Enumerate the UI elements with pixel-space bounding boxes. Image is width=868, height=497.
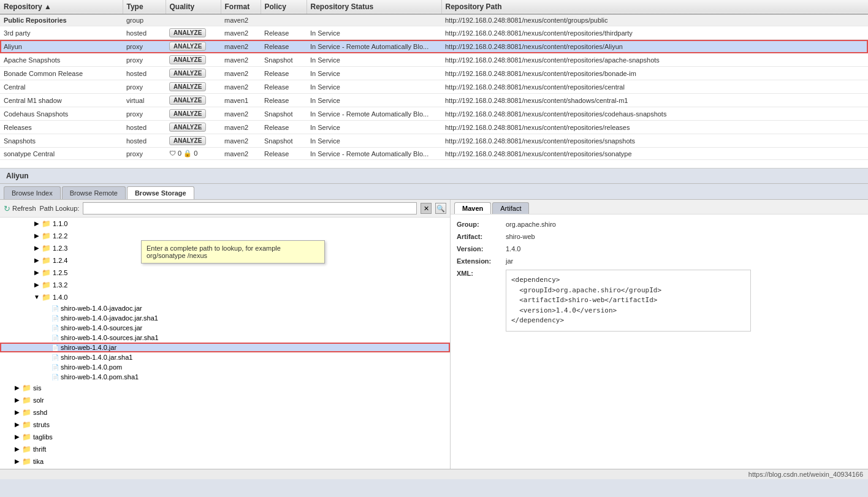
refresh-button[interactable]: ↻ Refresh: [4, 204, 36, 213]
tree-item-label: 1.3.2: [53, 281, 67, 289]
path-search-button[interactable]: 🔍: [435, 203, 446, 214]
col-format[interactable]: Format: [221, 0, 261, 14]
tree-expander-icon[interactable]: ▶: [12, 444, 22, 454]
tree-file-item[interactable]: 📄shiro-web-1.4.0-sources.jar.sha1: [0, 333, 450, 343]
tree-folder-item[interactable]: ▶📁taglibs: [0, 431, 450, 443]
tree-item-label: sshd: [33, 409, 47, 416]
table-row[interactable]: ReleaseshostedANALYZEmaven2ReleaseIn Ser…: [0, 121, 868, 134]
tree-folder-item[interactable]: ▶📁sis: [0, 382, 450, 394]
tree-folder-item[interactable]: ▶📁tika: [0, 455, 450, 468]
repo-path: http://192.168.0.248:8081/nexus/content/…: [441, 80, 868, 94]
repo-type: proxy: [123, 148, 166, 160]
repo-quality: ANALYZE: [166, 67, 221, 80]
tree-expander-icon[interactable]: ▶: [12, 408, 22, 417]
tree-file-item[interactable]: 📄shiro-web-1.4.0.pom: [0, 362, 450, 372]
tree-folder-item[interactable]: ▶📁struts: [0, 419, 450, 431]
tree-folder-item[interactable]: ▶📁1.2.5: [0, 267, 450, 279]
col-quality[interactable]: Quality: [166, 0, 221, 14]
path-clear-button[interactable]: ✕: [421, 203, 432, 214]
repo-path: http://192.168.0.248:8081/nexus/content/…: [441, 121, 868, 134]
analyze-button[interactable]: ANALYZE: [169, 96, 206, 105]
tree-folder-item[interactable]: ▶📁sshd: [0, 406, 450, 419]
tree-item-label: 1.2.5: [53, 269, 67, 276]
table-row[interactable]: Codehaus SnapshotsproxyANALYZEmaven2Snap…: [0, 107, 868, 121]
analyze-button[interactable]: ANALYZE: [169, 42, 206, 51]
tab-browse-storage[interactable]: Browse Storage: [127, 186, 194, 199]
tree-expander-icon[interactable]: ▶: [32, 219, 42, 229]
analyze-button[interactable]: ANALYZE: [169, 109, 206, 118]
tree-item-label: shiro-web-1.4.0.pom.sha1: [61, 373, 139, 381]
repo-quality: ANALYZE: [166, 80, 221, 94]
table-row[interactable]: Central M1 shadowvirtualANALYZEmaven1Rel…: [0, 94, 868, 107]
tree-file-item[interactable]: 📄shiro-web-1.4.0.jar.sha1: [0, 352, 450, 362]
tab-browse-remote[interactable]: Browse Remote: [62, 186, 126, 199]
tree-file-item[interactable]: 📄shiro-web-1.4.0-javadoc.jar: [0, 303, 450, 313]
refresh-icon: ↻: [4, 204, 10, 213]
col-policy[interactable]: Policy: [261, 0, 306, 14]
statusbar-url: https://blog.csdn.net/weixin_40934166: [748, 471, 863, 478]
tree-file-item[interactable]: 📄shiro-web-1.4.0.pom.sha1: [0, 372, 450, 382]
table-row[interactable]: 3rd partyhostedANALYZEmaven2ReleaseIn Se…: [0, 26, 868, 40]
col-path[interactable]: Repository Path: [441, 0, 868, 14]
table-row[interactable]: CentralproxyANALYZEmaven2ReleaseIn Servi…: [0, 80, 868, 94]
tree-file-item[interactable]: 📄shiro-web-1.4.0-sources.jar: [0, 323, 450, 333]
tree-folder-item[interactable]: ▶📁tiles: [0, 468, 450, 469]
analyze-button[interactable]: ANALYZE: [169, 69, 206, 78]
tree-expander-icon[interactable]: ▶: [32, 256, 42, 265]
aliyun-section-title: Aliyun: [0, 169, 868, 184]
tree-expander-icon[interactable]: ▶: [32, 231, 42, 241]
tab-browse-index[interactable]: Browse Index: [4, 186, 61, 199]
tree-file-item[interactable]: 📄shiro-web-1.4.0-javadoc.jar.sha1: [0, 313, 450, 323]
col-type[interactable]: Type: [123, 0, 166, 14]
tree-file-item[interactable]: 📄shiro-web-1.4.0.jar: [0, 343, 450, 352]
tree-expander-icon[interactable]: ▶: [12, 457, 22, 466]
analyze-button[interactable]: ANALYZE: [169, 55, 206, 64]
group-value: org.apache.shiro: [506, 221, 556, 228]
path-lookup-input[interactable]: [83, 202, 417, 214]
xml-label: XML:: [457, 270, 506, 277]
analyze-button[interactable]: ANALYZE: [169, 28, 206, 37]
table-row[interactable]: Bonade Common ReleasehostedANALYZEmaven2…: [0, 67, 868, 80]
tree-expander-icon[interactable]: ▶: [12, 432, 22, 442]
tree-folder-item[interactable]: ▶📁1.1.0: [0, 218, 450, 230]
table-row[interactable]: sonatype Centralproxy🛡 0 🔒 0maven2Releas…: [0, 148, 868, 160]
repo-status: In Service - Remote Automatically Blo...: [306, 40, 441, 53]
xml-row: XML: <dependency> <groupId>org.apache.sh…: [457, 270, 862, 332]
tree-expander-icon[interactable]: ▶: [12, 383, 22, 393]
tree-expander-icon[interactable]: ▼: [32, 292, 42, 302]
tree-expander-icon[interactable]: ▶: [32, 243, 42, 253]
detail-tab-artifact[interactable]: Artifact: [492, 202, 529, 214]
repo-status: In Service - Remote Automatically Blo...: [306, 107, 441, 121]
col-status[interactable]: Repository Status: [306, 0, 441, 14]
analyze-button[interactable]: ANALYZE: [169, 123, 206, 132]
tree-folder-item[interactable]: ▶📁solr: [0, 394, 450, 406]
tree-folder-item[interactable]: ▼📁1.4.0: [0, 291, 450, 303]
col-repository[interactable]: Repository ▲: [0, 0, 123, 14]
tree-item-label: 1.4.0: [53, 294, 67, 301]
repo-name: Codehaus Snapshots: [0, 107, 123, 121]
table-row[interactable]: SnapshotshostedANALYZEmaven2SnapshotIn S…: [0, 134, 868, 148]
table-row[interactable]: AliyunproxyANALYZEmaven2ReleaseIn Servic…: [0, 40, 868, 53]
file-icon: 📄: [51, 364, 59, 371]
tree-expander-icon[interactable]: ▶: [12, 420, 22, 430]
tree-folder-item[interactable]: ▶📁1.3.2: [0, 279, 450, 291]
tree-item-label: shiro-web-1.4.0.jar.sha1: [61, 354, 132, 361]
group-row: Group: org.apache.shiro: [457, 221, 862, 228]
repo-path: http://192.168.0.248:8081/nexus/content/…: [441, 94, 868, 107]
repo-name: 3rd party: [0, 26, 123, 40]
statusbar: https://blog.csdn.net/weixin_40934166: [0, 469, 868, 479]
repo-status: In Service: [306, 80, 441, 94]
table-row[interactable]: Public Repositoriesgroupmaven2http://192…: [0, 14, 868, 26]
table-row[interactable]: Apache SnapshotsproxyANALYZEmaven2Snapsh…: [0, 53, 868, 67]
detail-tab-maven[interactable]: Maven: [454, 202, 491, 214]
tree-item-label: shiro-web-1.4.0-sources.jar: [61, 324, 142, 332]
analyze-button[interactable]: ANALYZE: [169, 136, 206, 145]
tree-expander-icon[interactable]: ▶: [32, 280, 42, 290]
tree-item-label: struts: [33, 421, 50, 428]
artifact-value: shiro-web: [506, 233, 535, 240]
tree-expander-icon[interactable]: ▶: [12, 395, 22, 405]
tree-folder-item[interactable]: ▶📁thrift: [0, 443, 450, 455]
folder-icon: 📁: [22, 396, 31, 404]
analyze-button[interactable]: ANALYZE: [169, 82, 206, 91]
tree-expander-icon[interactable]: ▶: [32, 268, 42, 278]
